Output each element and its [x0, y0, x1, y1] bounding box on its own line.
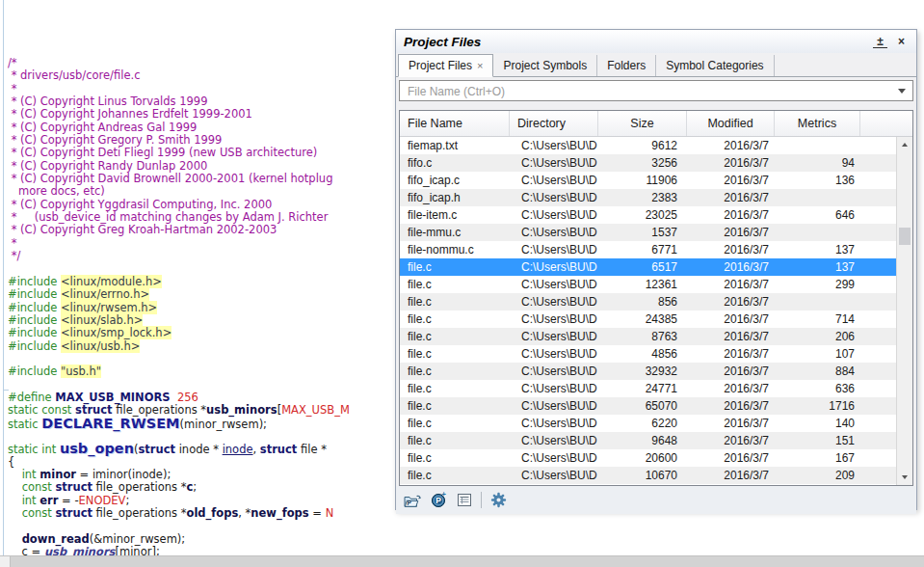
panel-titlebar[interactable]: Project Files ± ×: [396, 30, 916, 53]
table-row[interactable]: file-nommu.cC:\Users\BU\D67712016/3/7137: [400, 241, 896, 258]
cell-metrics: 151: [775, 434, 860, 447]
combobox-dropdown-icon[interactable]: [898, 89, 906, 94]
tab-label: Symbol Categories: [666, 59, 763, 72]
cell-dir: C:\Users\BU\D: [510, 364, 598, 378]
table-row[interactable]: file-mmu.cC:\Users\BU\D15372016/3/7: [400, 224, 896, 241]
cell-modified: 2016/3/7: [687, 347, 775, 361]
cell-dir: C:\Users\BU\D: [510, 434, 598, 447]
cell-metrics: 136: [775, 174, 860, 187]
table-row[interactable]: file.cC:\Users\BU\D206002016/3/7167: [400, 449, 896, 467]
table-row[interactable]: file.cC:\Users\BU\D123612016/3/7299: [400, 276, 896, 293]
column-header-modified[interactable]: Modified: [687, 111, 775, 136]
tab-folders[interactable]: Folders: [597, 55, 656, 76]
cell-dir: C:\Users\BU\D: [510, 382, 598, 395]
cell-metrics: 646: [775, 208, 860, 222]
cell-modified: 2016/3/7: [687, 156, 775, 170]
column-header-file-name[interactable]: File Name: [400, 111, 510, 136]
cell-dir: C:\Users\BU\D: [510, 191, 598, 204]
cell-name: file.c: [400, 469, 510, 482]
scroll-down-button[interactable]: [897, 470, 912, 485]
cell-size: 32932: [598, 364, 687, 378]
table-row[interactable]: file.cC:\Users\BU\D243852016/3/7714: [400, 310, 896, 328]
cell-modified: 2016/3/7: [687, 243, 775, 256]
column-header-filler: [860, 111, 912, 136]
cell-dir: C:\Users\BU\D: [510, 469, 598, 482]
open-project-file-button[interactable]: P: [403, 491, 422, 510]
column-header-directory[interactable]: Directory: [510, 111, 598, 136]
file-list-button[interactable]: [455, 491, 474, 510]
cell-dir: C:\Users\BU\D: [510, 226, 598, 239]
gear-icon: [490, 492, 507, 508]
settings-gear-button[interactable]: [488, 491, 508, 510]
cell-metrics: 107: [775, 347, 860, 361]
table-row[interactable]: fiemap.txtC:\Users\BU\D96122016/3/7: [400, 137, 896, 154]
cell-metrics: 884: [775, 364, 860, 378]
code-block-marker: [3, 390, 9, 391]
cell-size: 2383: [598, 191, 687, 204]
scroll-up-button[interactable]: [897, 137, 912, 152]
cell-modified: 2016/3/7: [687, 226, 775, 239]
arrow-up-icon: [902, 143, 908, 147]
code-line: [8, 520, 924, 532]
file-name-combobox[interactable]: [399, 80, 913, 101]
cell-modified: 2016/3/7: [687, 399, 775, 413]
file-table: File Name Directory Size Modified Metric…: [399, 110, 913, 486]
cell-name: fifo_icap.c: [400, 174, 510, 187]
tab-project-files[interactable]: Project Files×: [398, 54, 493, 77]
cell-name: file.c: [400, 417, 510, 430]
scrollbar-thumb[interactable]: [899, 228, 911, 245]
tab-project-symbols[interactable]: Project Symbols: [493, 55, 597, 76]
cell-dir: C:\Users\BU\D: [510, 243, 598, 256]
cell-metrics: 140: [775, 417, 860, 430]
cell-dir: C:\Users\BU\D: [510, 347, 598, 361]
cell-metrics: 137: [775, 260, 860, 274]
table-row[interactable]: file.cC:\Users\BU\D62202016/3/7140: [400, 415, 896, 432]
cell-metrics: 137: [775, 243, 860, 256]
table-row[interactable]: fifo.cC:\Users\BU\D32562016/3/794: [400, 154, 896, 172]
cell-dir: C:\Users\BU\D: [510, 399, 598, 413]
file-name-filter-input[interactable]: [406, 82, 899, 101]
new-project-button[interactable]: P +: [429, 491, 448, 510]
cell-modified: 2016/3/7: [687, 191, 775, 204]
horizontal-scrollbar[interactable]: [0, 555, 924, 567]
arrow-down-icon: [902, 475, 908, 479]
tab-close-icon[interactable]: ×: [477, 60, 483, 71]
table-row[interactable]: file.cC:\Users\BU\D48562016/3/7107: [400, 345, 896, 363]
cell-name: file.c: [400, 330, 510, 343]
cell-metrics: 94: [775, 156, 860, 170]
close-icon[interactable]: ×: [894, 35, 909, 48]
table-row[interactable]: file.cC:\Users\BU\D106702016/3/7209: [400, 467, 896, 484]
cell-metrics: 299: [775, 278, 860, 291]
cell-modified: 2016/3/7: [687, 382, 775, 395]
table-row[interactable]: file.cC:\Users\BU\D87632016/3/7206: [400, 328, 896, 345]
table-row[interactable]: fifo_icap.hC:\Users\BU\D23832016/3/7: [400, 189, 896, 206]
cell-dir: C:\Users\BU\D: [510, 417, 598, 430]
cell-metrics: 714: [775, 312, 860, 326]
column-header-size[interactable]: Size: [598, 111, 687, 136]
cell-size: 8763: [598, 330, 687, 343]
document-list-icon: [457, 493, 472, 507]
hscroll-track-start: [0, 556, 11, 567]
table-row[interactable]: fifo_icap.cC:\Users\BU\D119062016/3/7136: [400, 172, 896, 189]
table-row[interactable]: file.cC:\Users\BU\D96482016/3/7151: [400, 432, 896, 449]
panel-title: Project Files: [404, 35, 866, 49]
cell-name: file.c: [400, 451, 510, 465]
table-row[interactable]: file.cC:\Users\BU\D8562016/3/7: [400, 293, 896, 310]
cell-modified: 2016/3/7: [687, 330, 775, 343]
table-row[interactable]: file.cC:\Users\BU\D65172016/3/7137: [400, 258, 896, 276]
cell-name: file-nommu.c: [400, 243, 510, 256]
table-row[interactable]: file.cC:\Users\BU\D650702016/3/71716: [400, 397, 896, 415]
table-row[interactable]: file.cC:\Users\BU\D329322016/3/7884: [400, 363, 896, 380]
vertical-scrollbar[interactable]: [896, 137, 912, 485]
table-row[interactable]: file-item.cC:\Users\BU\D230252016/3/7646: [400, 206, 896, 224]
cell-modified: 2016/3/7: [687, 174, 775, 187]
toolbar-separator: [481, 492, 482, 508]
tab-symbol-categories[interactable]: Symbol Categories: [656, 55, 774, 76]
cell-size: 3256: [598, 156, 687, 170]
code-line: down_read(&minor_rwsem);: [8, 533, 924, 546]
column-header-metrics[interactable]: Metrics: [775, 111, 860, 136]
dock-icon[interactable]: ±: [873, 35, 887, 48]
cell-name: file-item.c: [400, 208, 510, 222]
table-row[interactable]: file.cC:\Users\BU\D247712016/3/7636: [400, 380, 896, 397]
cell-modified: 2016/3/7: [687, 451, 775, 465]
